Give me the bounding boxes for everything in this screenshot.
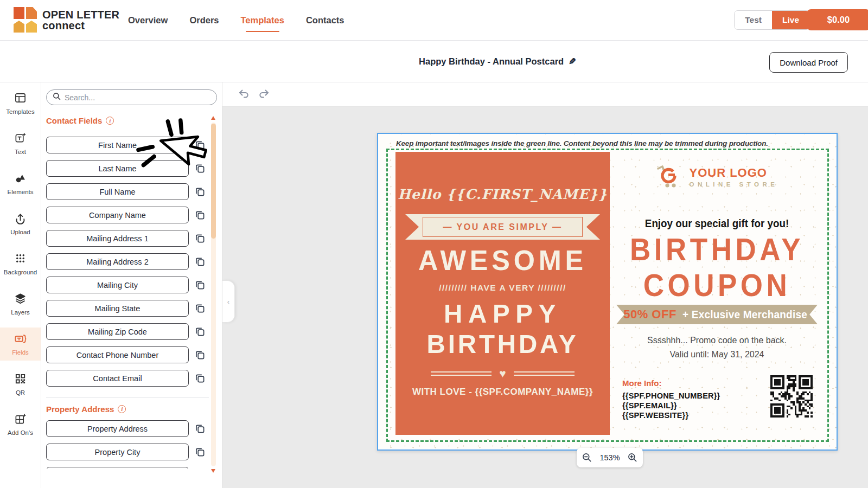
copy-icon[interactable] bbox=[195, 187, 205, 197]
field-button-contact-phone-number[interactable]: Contact Phone Number bbox=[46, 346, 189, 363]
field-button-contact-email[interactable]: Contact Email bbox=[46, 370, 189, 387]
edit-title-icon[interactable]: ✎ bbox=[569, 56, 576, 67]
field-button-mailing-address-1[interactable]: Mailing Address 1 bbox=[46, 230, 189, 247]
birthday-text[interactable]: BIRTHDAY bbox=[399, 329, 607, 359]
copy-icon[interactable] bbox=[195, 447, 205, 457]
zoom-level: 153% bbox=[599, 453, 620, 462]
info-icon[interactable]: i bbox=[106, 117, 114, 125]
coupon-title-line1[interactable]: BIRTHDAY bbox=[617, 232, 816, 267]
sidebar-item-text[interactable]: Text bbox=[0, 127, 41, 160]
redo-button[interactable] bbox=[257, 88, 270, 101]
trim-note: Keep important text/images inside the gr… bbox=[396, 139, 768, 147]
field-button-company-name[interactable]: Company Name bbox=[46, 207, 189, 223]
app-root: OPEN LETTER connect Overview Orders Temp… bbox=[0, 0, 868, 488]
sidebar-item-background[interactable]: Background bbox=[0, 247, 41, 280]
copy-icon[interactable] bbox=[195, 256, 205, 267]
canvas-toolbar bbox=[222, 82, 868, 107]
field-row: Property City bbox=[46, 444, 209, 460]
brand-line1: OPEN LETTER bbox=[42, 9, 119, 20]
scroll-down-arrow-icon[interactable] bbox=[211, 469, 215, 473]
copy-icon[interactable] bbox=[195, 326, 205, 337]
ribbon-banner[interactable]: — YOU ARE SIMPLY — bbox=[405, 214, 600, 240]
greeting-text[interactable]: Hello {{C.FIRST_NAME}} bbox=[395, 187, 610, 202]
scroll-up-arrow-icon[interactable] bbox=[211, 116, 215, 120]
field-button-property-address[interactable]: Property Address bbox=[46, 420, 189, 437]
sidebar-item-upload[interactable]: Upload bbox=[0, 207, 41, 240]
copy-icon[interactable] bbox=[195, 350, 205, 360]
copy-icon[interactable] bbox=[195, 233, 205, 243]
info-email: {{SPF.EMAIL}} bbox=[622, 401, 720, 410]
copy-icon[interactable] bbox=[195, 140, 205, 150]
copy-icon[interactable] bbox=[195, 373, 205, 383]
copy-icon[interactable] bbox=[195, 303, 205, 313]
zoom-control: 153% bbox=[577, 448, 643, 467]
sidebar-item-templates[interactable]: Templates bbox=[0, 87, 41, 120]
fields-panel: Contact Fields i First Name Last Name Fu… bbox=[41, 82, 222, 488]
sidebar-item-elements[interactable]: Elements bbox=[0, 167, 41, 200]
search-input[interactable] bbox=[65, 93, 210, 102]
field-button-first-name[interactable]: First Name bbox=[46, 137, 189, 153]
copy-icon[interactable] bbox=[195, 163, 205, 174]
offer-banner[interactable]: 50% OFF + Exclusive Merchandise bbox=[616, 305, 818, 324]
field-button-mailing-city[interactable]: Mailing City bbox=[46, 277, 189, 293]
more-info-block[interactable]: More Info: {{SPF.PHONE_NUMBER}} {{SPF.EM… bbox=[622, 378, 720, 420]
field-button-property-city[interactable]: Property City bbox=[46, 444, 189, 460]
signoff-text[interactable]: WITH LOVE - {{SPF.COMPANY_NAME}} bbox=[395, 387, 610, 397]
brand-logo-icon bbox=[14, 7, 37, 33]
valid-until[interactable]: Valid until: May 31, 2024 bbox=[610, 350, 824, 359]
toggle-test-option[interactable]: Test bbox=[735, 11, 772, 29]
field-button-full-name[interactable]: Full Name bbox=[46, 183, 189, 200]
logo-subtext: ONLINE STORE bbox=[689, 181, 778, 188]
nav-overview[interactable]: Overview bbox=[128, 15, 168, 25]
zoom-out-icon[interactable] bbox=[582, 452, 592, 463]
happy-text[interactable]: HAPPY bbox=[399, 298, 607, 329]
promo-note[interactable]: Sssshhh... Promo code on the back. bbox=[610, 336, 824, 345]
sidebar-label: Templates bbox=[6, 108, 34, 115]
have-a-very-text[interactable]: ///////// HAVE A VERY ///////// bbox=[395, 283, 610, 293]
toggle-live-option[interactable]: Live bbox=[772, 11, 809, 29]
download-proof-button[interactable]: Download Proof bbox=[769, 52, 848, 73]
heart-divider: ♥ bbox=[395, 368, 610, 379]
panel-collapse-handle[interactable]: ‹ bbox=[222, 280, 235, 323]
store-logo[interactable]: YOUR LOGO ONLINE STORE bbox=[610, 163, 824, 191]
field-button-partial[interactable] bbox=[46, 467, 189, 468]
gift-headline[interactable]: Enjoy our special gift for you! bbox=[616, 217, 818, 230]
top-header: OPEN LETTER connect Overview Orders Temp… bbox=[0, 0, 868, 41]
offer-rest: + Exclusive Merchandise bbox=[682, 309, 807, 321]
balance-button[interactable]: $0.00 bbox=[807, 9, 868, 30]
nav-templates[interactable]: Templates bbox=[241, 15, 284, 25]
field-row: Full Name bbox=[46, 183, 209, 200]
field-row: Mailing Address 2 bbox=[46, 253, 209, 270]
document-title: Happy Birthday - Annual Postcard bbox=[419, 56, 564, 67]
field-button-last-name[interactable]: Last Name bbox=[46, 160, 189, 177]
field-row: Mailing Zip Code bbox=[46, 323, 209, 340]
brand-logo[interactable]: OPEN LETTER connect bbox=[14, 7, 119, 33]
field-button-mailing-state[interactable]: Mailing State bbox=[46, 300, 189, 317]
undo-button[interactable] bbox=[238, 88, 251, 101]
field-button-mailing-zip-code[interactable]: Mailing Zip Code bbox=[46, 323, 189, 340]
postcard-left-panel[interactable]: Hello {{C.FIRST_NAME}} — YOU ARE SIMPLY … bbox=[395, 152, 610, 435]
sidebar-item-layers[interactable]: Layers bbox=[0, 287, 41, 320]
nav-contacts[interactable]: Contacts bbox=[306, 15, 344, 25]
info-icon[interactable]: i bbox=[118, 405, 126, 413]
sidebar-item-fields[interactable]: Fields bbox=[0, 328, 41, 361]
nav-orders[interactable]: Orders bbox=[189, 15, 219, 25]
coupon-title-line2[interactable]: COUPON bbox=[617, 267, 816, 303]
copy-icon[interactable] bbox=[195, 280, 205, 290]
copy-icon[interactable] bbox=[195, 210, 205, 220]
background-icon bbox=[14, 252, 27, 267]
awesome-text[interactable]: AWESOME bbox=[399, 244, 607, 277]
templates-icon bbox=[14, 92, 27, 106]
sidebar-label: Layers bbox=[11, 309, 30, 316]
postcard-artboard[interactable]: Keep important text/images inside the gr… bbox=[377, 133, 838, 451]
postcard-right-panel[interactable]: YOUR LOGO ONLINE STORE Enjoy our special… bbox=[610, 149, 824, 435]
sidebar-item-qr[interactable]: QR bbox=[0, 368, 41, 401]
qr-code[interactable] bbox=[770, 375, 813, 418]
sidebar-item-addons[interactable]: Add On's bbox=[0, 408, 41, 441]
copy-icon[interactable] bbox=[195, 423, 205, 434]
cart-logo-icon bbox=[655, 163, 684, 191]
fields-icon bbox=[14, 332, 27, 347]
zoom-in-icon[interactable] bbox=[627, 452, 638, 463]
scrollbar-thumb[interactable] bbox=[211, 124, 216, 239]
field-button-mailing-address-2[interactable]: Mailing Address 2 bbox=[46, 253, 189, 270]
